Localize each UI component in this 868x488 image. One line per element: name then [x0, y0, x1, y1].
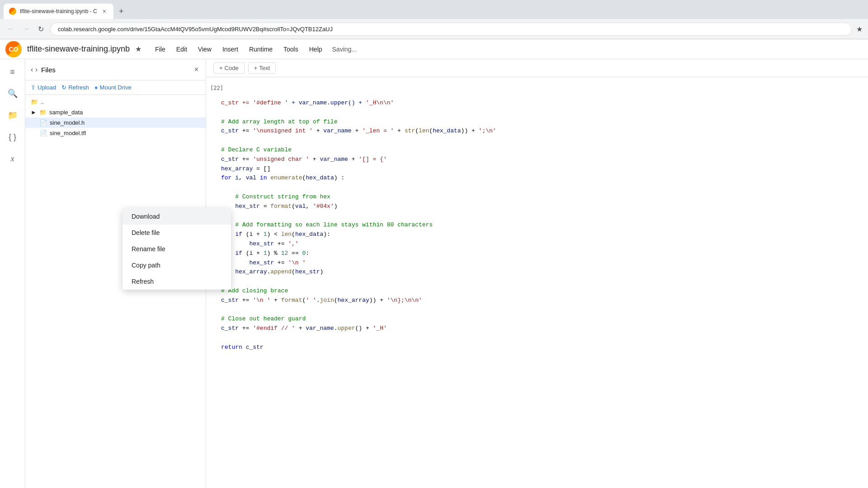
add-text-label: Text	[259, 65, 270, 71]
context-menu: Download Delete file Rename file Copy pa…	[123, 208, 231, 290]
nav-search[interactable]: 🔍	[4, 84, 22, 103]
close-files-panel-button[interactable]: ×	[193, 64, 200, 75]
cell-22[interactable]: [22] c_str += '#define ' + var_name.uppe…	[213, 81, 861, 360]
files-panel: ‹ › Files × ⇧ Upload ↻ Refresh ● Mount D…	[25, 59, 206, 488]
tree-item-sine-model-tfl[interactable]: 📄 sine_model.tfl	[25, 128, 206, 138]
app-container: CO tflite-sinewave-training.ipynb ★ File…	[0, 39, 868, 488]
refresh-files-button[interactable]: ↻ Refresh	[61, 84, 89, 91]
menu-insert[interactable]: Insert	[218, 43, 243, 56]
files-tree: 📁 .. ► 📁 sample_data 📄 sine_model.h 📄 si…	[25, 95, 206, 488]
file-label-tfl: sine_model.tfl	[50, 130, 86, 136]
upload-label: Upload	[38, 84, 56, 91]
parent-dir-icon: 📁	[31, 99, 38, 105]
nav-code-snippets[interactable]: { }	[4, 128, 22, 146]
code-block: c_str += '#define ' + var_name.upper() +…	[214, 91, 860, 360]
add-text-icon: +	[254, 65, 258, 71]
star-document-button[interactable]: ★	[135, 45, 142, 53]
context-menu-download[interactable]: Download	[123, 208, 231, 225]
code-content: c_str += '#define ' + var_name.upper() +…	[221, 95, 853, 356]
tab-bar: tflite-sinewave-training.ipynb - C × +	[0, 0, 868, 19]
menu-runtime[interactable]: Runtime	[245, 43, 277, 56]
tab-title: tflite-sinewave-training.ipynb - C	[20, 8, 97, 14]
upload-icon: ⇧	[31, 84, 36, 91]
context-menu-delete[interactable]: Delete file	[123, 225, 231, 241]
code-snippets-icon: { }	[9, 132, 16, 142]
folder-icon: 📁	[39, 109, 47, 116]
main-content: ≡ 🔍 📁 { } x ‹ › Files ×	[0, 59, 868, 488]
url-bar[interactable]: colab.research.google.com/drive/15GtaAcc…	[50, 23, 852, 36]
new-tab-button[interactable]: +	[115, 5, 127, 18]
panel-nav-arrows[interactable]: ‹ ›	[31, 66, 38, 74]
context-menu-refresh[interactable]: Refresh	[123, 273, 231, 290]
files-toolbar: ⇧ Upload ↻ Refresh ● Mount Drive	[25, 80, 206, 95]
nav-files[interactable]: 📁	[4, 106, 22, 124]
refresh-label: Refresh	[68, 84, 89, 91]
logo-text: CO	[9, 46, 19, 53]
file-icon-tfl: 📄	[40, 130, 47, 136]
variables-icon: x	[11, 154, 14, 164]
colab-logo: CO	[5, 41, 22, 57]
menu-bar: CO tflite-sinewave-training.ipynb ★ File…	[0, 39, 868, 59]
menu-view[interactable]: View	[193, 43, 216, 56]
toc-icon: ≡	[10, 67, 15, 77]
context-menu-copy-path[interactable]: Copy path	[123, 257, 231, 273]
folder-expand-icon: ►	[31, 109, 37, 116]
nav-variables[interactable]: x	[4, 150, 22, 168]
saving-status: Saving...	[332, 46, 357, 53]
bookmark-button[interactable]: ★	[856, 25, 863, 33]
tab-close-button[interactable]: ×	[101, 7, 108, 16]
parent-dir-label: ..	[41, 99, 44, 105]
tree-item-sample-data[interactable]: ► 📁 sample_data	[25, 107, 206, 117]
search-icon: 🔍	[8, 89, 18, 99]
document-title: tflite-sinewave-training.ipynb	[27, 44, 130, 54]
mount-drive-label: Mount Drive	[100, 84, 132, 91]
folder-label: sample_data	[49, 109, 83, 116]
add-code-icon: +	[219, 65, 223, 71]
menu-tools[interactable]: Tools	[279, 43, 303, 56]
file-label-h: sine_model.h	[50, 119, 85, 126]
code-area: + Code + Text [22] c_str += '#define ' +…	[206, 59, 868, 488]
drive-icon: ●	[94, 84, 98, 91]
active-tab[interactable]: tflite-sinewave-training.ipynb - C ×	[4, 4, 113, 19]
context-menu-rename[interactable]: Rename file	[123, 241, 231, 257]
refresh-icon: ↻	[61, 84, 66, 91]
cell-number: [22]	[210, 81, 860, 91]
mount-drive-button[interactable]: ● Mount Drive	[94, 84, 132, 91]
menu-help[interactable]: Help	[305, 43, 327, 56]
files-panel-title: Files	[41, 66, 193, 74]
nav-toc[interactable]: ≡	[4, 63, 22, 81]
tab-favicon	[9, 8, 16, 15]
tree-item-parent[interactable]: 📁 ..	[25, 97, 206, 107]
add-text-button[interactable]: + Text	[248, 62, 276, 74]
left-nav: ≡ 🔍 📁 { } x	[0, 59, 25, 488]
refresh-button[interactable]: ↻	[36, 23, 46, 35]
address-bar: ← → ↻ colab.research.google.com/drive/15…	[0, 19, 868, 39]
browser-chrome: tflite-sinewave-training.ipynb - C × + ←…	[0, 0, 868, 39]
files-icon: 📁	[8, 110, 18, 120]
files-panel-header: ‹ › Files ×	[25, 59, 206, 80]
add-code-button[interactable]: + Code	[213, 62, 245, 74]
menu-edit[interactable]: Edit	[172, 43, 192, 56]
menu-file[interactable]: File	[151, 43, 170, 56]
tree-item-sine-model-h[interactable]: 📄 sine_model.h	[25, 117, 206, 128]
upload-button[interactable]: ⇧ Upload	[31, 84, 56, 91]
add-code-label: Code	[225, 65, 239, 71]
back-button[interactable]: ←	[5, 23, 16, 35]
forward-button[interactable]: →	[21, 23, 32, 35]
notebook-toolbar: + Code + Text	[206, 59, 868, 77]
file-icon-h: 📄	[40, 119, 47, 126]
